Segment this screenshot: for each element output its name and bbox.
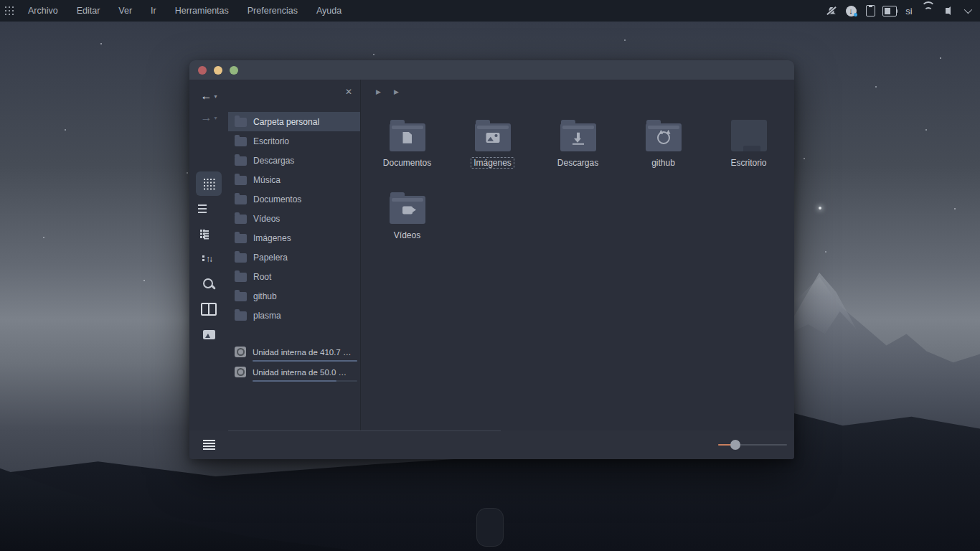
view-toolbar-button[interactable] xyxy=(196,222,222,246)
device-item[interactable]: Unidad interna de 50.0 … xyxy=(228,362,360,382)
breadcrumb: ▶ ▶ xyxy=(361,80,794,104)
folder-item[interactable]: Imágenes xyxy=(450,120,535,192)
file-view: ▶ ▶ Documentos xyxy=(361,80,794,430)
zoom-slider-handle[interactable] xyxy=(730,440,740,450)
place-item[interactable]: Vídeos xyxy=(228,209,360,228)
view-toolbar-button[interactable] xyxy=(196,247,222,271)
folder-item[interactable]: github xyxy=(621,120,706,192)
place-label: Descargas xyxy=(253,156,294,166)
dolphin-window: ← ▾ → ▾ ✕ xyxy=(189,60,794,459)
drive-icon xyxy=(235,347,246,357)
place-label: Escritorio xyxy=(253,136,289,146)
folder-item[interactable]: Vídeos xyxy=(364,192,450,265)
place-item[interactable]: Papelera xyxy=(228,248,360,267)
folder-item[interactable]: Escritorio xyxy=(706,120,791,192)
menu-item[interactable]: Preferencias xyxy=(238,0,307,22)
folder-label: Vídeos xyxy=(391,230,423,241)
tray-icon[interactable] xyxy=(941,0,955,22)
folder-label: Descargas xyxy=(555,157,601,169)
place-icon xyxy=(235,137,247,146)
grid-icon xyxy=(5,6,7,9)
place-item[interactable]: Imágenes xyxy=(228,228,360,248)
forward-arrow-icon: → xyxy=(200,112,212,123)
folder-icon xyxy=(646,120,682,151)
folder-item[interactable]: Descargas xyxy=(535,120,621,192)
tray-icon[interactable] xyxy=(960,0,974,22)
bright-star xyxy=(819,207,821,209)
breadcrumb-separator-icon: ▶ xyxy=(376,88,381,95)
window-body: ← ▾ → ▾ ✕ xyxy=(189,80,794,430)
place-icon xyxy=(235,156,247,166)
forward-button[interactable]: → ▾ xyxy=(200,107,217,128)
device-label: Unidad interna de 410.7 … xyxy=(253,348,351,357)
folder-label: github xyxy=(649,157,678,169)
drive-icon xyxy=(235,367,246,377)
place-item[interactable]: plasma xyxy=(228,306,360,325)
folder-icon xyxy=(731,120,767,151)
view-toolbar-button[interactable] xyxy=(196,272,222,296)
panel-tabbar xyxy=(228,430,501,459)
view-toolbar-button[interactable] xyxy=(196,197,222,221)
tray-icon[interactable] xyxy=(921,0,936,22)
desktop-wallpaper: ArchivoEditarVerIrHerramientasPreferenci… xyxy=(0,0,980,551)
view-toolbar-button[interactable] xyxy=(196,322,222,347)
folder-label: Imágenes xyxy=(471,157,514,169)
menu-item[interactable]: Editar xyxy=(67,0,110,22)
capacity-bar xyxy=(253,380,357,382)
menu-item[interactable]: Ir xyxy=(141,0,166,22)
tray-icon[interactable]: si xyxy=(902,0,916,22)
devices-section: Unidad interna de 410.7 … Unidad interna… xyxy=(228,334,360,382)
zoom-slider[interactable] xyxy=(718,440,787,450)
back-button[interactable]: ← ▾ xyxy=(200,85,217,107)
hamburger-menu-icon[interactable] xyxy=(203,440,215,441)
close-button[interactable] xyxy=(198,66,207,75)
devices-section-label xyxy=(228,334,360,342)
tray-icon[interactable] xyxy=(844,0,858,22)
tray-icon[interactable] xyxy=(882,0,897,22)
places-list: Carpeta personal Escritorio Descargas Mú… xyxy=(228,112,360,325)
menu-item[interactable]: Herramientas xyxy=(166,0,238,22)
place-item[interactable]: github xyxy=(228,286,360,306)
folder-item[interactable]: Documentos xyxy=(364,120,450,192)
place-label: Documentos xyxy=(253,194,301,204)
tray-icon[interactable] xyxy=(824,0,839,22)
menu-item[interactable]: Ayuda xyxy=(307,0,351,22)
device-item[interactable]: Unidad interna de 410.7 … xyxy=(228,342,360,362)
view-toolbar-button[interactable] xyxy=(196,297,222,321)
place-icon xyxy=(235,253,247,263)
statusbar xyxy=(189,430,794,459)
breadcrumb-separator-icon: ▶ xyxy=(394,88,399,95)
place-label: plasma xyxy=(253,311,281,321)
place-item[interactable]: Carpeta personal xyxy=(228,112,360,131)
place-item[interactable]: Root xyxy=(228,267,360,286)
folder-glyph-icon xyxy=(486,133,499,143)
places-panel: ✕ Carpeta personal Escritorio Descargas xyxy=(228,80,361,430)
app-launcher-icon[interactable] xyxy=(0,0,19,22)
place-label: Vídeos xyxy=(253,214,280,224)
place-icon xyxy=(235,215,247,224)
place-label: Root xyxy=(253,272,271,282)
place-item[interactable]: Escritorio xyxy=(228,131,360,151)
place-item[interactable]: Descargas xyxy=(228,151,360,170)
folder-glyph-icon xyxy=(573,143,584,145)
place-item[interactable]: Música xyxy=(228,170,360,189)
menu-item[interactable]: Ver xyxy=(109,0,141,22)
panel-close-icon[interactable]: ✕ xyxy=(343,86,354,98)
view-toolbar-button[interactable] xyxy=(196,171,222,196)
tray-icon[interactable] xyxy=(863,0,877,22)
place-label: Papelera xyxy=(253,253,288,263)
menu-item[interactable]: Archivo xyxy=(19,0,67,22)
place-label: github xyxy=(253,291,277,301)
titlebar[interactable] xyxy=(189,60,794,80)
capacity-bar xyxy=(253,360,357,362)
maximize-button[interactable] xyxy=(230,66,238,75)
folder-glyph-icon xyxy=(657,131,670,144)
place-icon xyxy=(235,273,247,282)
place-icon xyxy=(235,195,247,204)
files-grid: Documentos Imágenes xyxy=(361,104,794,430)
folder-glyph-icon xyxy=(402,132,412,143)
minimize-button[interactable] xyxy=(214,66,222,75)
place-icon xyxy=(235,176,247,185)
place-label: Música xyxy=(253,175,281,185)
place-item[interactable]: Documentos xyxy=(228,189,360,209)
